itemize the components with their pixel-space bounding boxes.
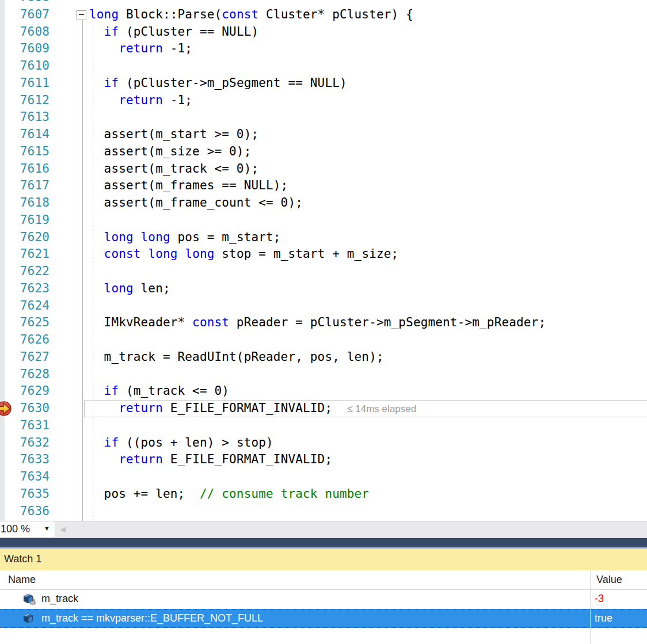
code-text: m_track = ReadUInt(pReader, pos, len); [89,349,384,366]
code-line[interactable]: 7622 [0,263,647,280]
line-number: 7608 [0,24,50,41]
line-number: 7634 [0,468,50,486]
code-line[interactable]: 7627 m_track = ReadUInt(pReader, pos, le… [0,349,647,366]
line-number: 7627 [0,349,50,366]
line-number: 7611 [0,75,50,92]
code-line[interactable]: 7628 [0,366,647,383]
column-header-name[interactable]: Name [8,574,36,586]
watch-row-selected[interactable]: m_track == mkvparser::E_BUFFER_NOT_FULLt… [0,609,647,628]
code-line[interactable]: 7611 if (pCluster->m_pSegment == NULL) [0,75,647,92]
code-line[interactable]: 7615 assert(m_size >= 0); [0,143,647,161]
line-number: 7620 [0,229,50,246]
watch-value[interactable]: -3 [595,593,604,605]
line-number: 7625 [0,314,50,331]
line-number: 7617 [0,177,50,195]
code-line[interactable]: 7623 long len; [0,280,647,298]
code-text: if (pCluster->m_pSegment == NULL) [89,75,347,92]
code-line[interactable]: 7606 [0,0,647,6]
scrollbar-left-arrow-icon[interactable]: ◀ [60,525,66,534]
code-text: assert(m_track <= 0); [89,161,258,178]
code-text: assert(m_frames == NULL); [89,177,288,195]
code-text: long long pos = m_start; [89,229,281,246]
code-line[interactable]: 7607long Block::Parse(const Cluster* pCl… [0,6,647,24]
line-number: 7629 [0,383,50,400]
code-line[interactable]: 7616 assert(m_track <= 0); [0,161,647,178]
field-icon [23,613,36,627]
code-line[interactable]: 7620 long long pos = m_start; [0,229,647,246]
code-text: pos += len; // consume track number [89,486,369,503]
code-line[interactable]: 7630 return E_FILE_FORMAT_INVALID;≤ 14ms… [0,400,647,417]
line-number: 7612 [0,92,50,109]
code-text: assert(m_frame_count <= 0); [89,195,303,212]
code-line[interactable]: 7629 if (m_track <= 0) [0,383,647,400]
code-text: return -1; [89,92,192,109]
zoom-select[interactable]: 100 % ▼ [0,521,55,537]
watch-expression[interactable]: m_track == mkvparser::E_BUFFER_NOT_FULL [41,612,263,624]
code-line[interactable]: 7619 [0,212,647,229]
column-header-value[interactable]: Value [596,574,622,586]
code-line[interactable]: 7618 assert(m_frame_count <= 0); [0,195,647,212]
code-line[interactable]: 7613 [0,109,647,126]
code-text: if ((pos + len) > stop) [89,435,273,452]
code-text: assert(m_size >= 0); [89,143,251,161]
watch-window-title: Watch 1 [4,553,41,565]
line-number: 7626 [0,331,50,349]
line-number: 7623 [0,280,50,298]
code-line[interactable]: 7633 return E_FILE_FORMAT_INVALID; [0,451,647,468]
line-number: 7628 [0,366,50,383]
line-number: 7635 [0,486,50,503]
panel-splitter[interactable] [0,537,647,548]
line-number: 7632 [0,435,50,452]
line-number: 7622 [0,263,50,280]
code-text: long Block::Parse(const Cluster* pCluste… [89,6,413,24]
code-line[interactable]: 7609 return -1; [0,40,647,58]
watch-rows: m_track-3m_track == mkvparser::E_BUFFER_… [0,590,647,644]
code-line[interactable]: 7626 [0,331,647,349]
watch-value[interactable]: true [595,612,612,624]
code-text: return E_FILE_FORMAT_INVALID;≤ 14ms elap… [89,400,416,418]
collapse-region-icon[interactable] [77,10,86,20]
watch-expression[interactable]: m_track [41,593,78,605]
line-number: 7631 [0,417,50,435]
code-text: if (pCluster == NULL) [89,24,258,41]
code-text: assert(m_start >= 0); [89,126,258,143]
watch-row[interactable]: m_track-3 [0,590,647,609]
line-number: 7610 [0,58,50,75]
dropdown-arrow-icon[interactable]: ▼ [44,525,50,532]
code-text: return -1; [89,40,192,58]
line-number: 7619 [0,212,50,229]
line-number: 7633 [0,451,50,468]
line-number: 7607 [0,6,50,24]
code-line[interactable]: 7614 assert(m_start >= 0); [0,126,647,143]
code-line[interactable]: 7635 pos += len; // consume track number [0,486,647,503]
line-number: 7621 [0,246,50,263]
editor-bottom-bar: 100 % ▼ ◀ [0,521,647,537]
column-separator[interactable] [590,570,591,644]
code-line[interactable]: 7621 const long long stop = m_start + m_… [0,246,647,263]
code-line[interactable]: 7631 [0,417,647,435]
code-line[interactable]: 7624 [0,298,647,315]
code-line[interactable]: 7632 if ((pos + len) > stop) [0,435,647,452]
line-number: 7636 [0,503,50,520]
private-field-icon [23,593,36,607]
line-number: 7606 [0,0,50,6]
code-line[interactable]: 7610 [0,58,647,75]
code-text: IMkvReader* const pReader = pCluster->m_… [89,314,546,331]
code-line[interactable]: 7608 if (pCluster == NULL) [0,24,647,41]
perf-tip[interactable]: ≤ 14ms elapsed [347,403,416,414]
line-number: 7613 [0,109,50,126]
code-line[interactable]: 7625 IMkvReader* const pReader = pCluste… [0,314,647,331]
breakpoint-current-statement-icon[interactable] [0,401,12,419]
code-line[interactable]: 7612 return -1; [0,92,647,109]
line-number: 7616 [0,161,50,178]
watch-window-titlebar[interactable]: Watch 1 [0,548,647,570]
code-line[interactable]: 7617 assert(m_frames == NULL); [0,177,647,195]
zoom-level-value: 100 % [1,523,30,535]
code-text: return E_FILE_FORMAT_INVALID; [89,451,332,468]
code-line[interactable]: 7634 [0,468,647,486]
code-line[interactable]: 7636 [0,503,647,520]
code-editor[interactable]: 76067607long Block::Parse(const Cluster*… [0,0,647,521]
line-number: 7615 [0,143,50,161]
vs-debug-window: 76067607long Block::Parse(const Cluster*… [0,0,647,644]
line-number: 7618 [0,195,50,212]
